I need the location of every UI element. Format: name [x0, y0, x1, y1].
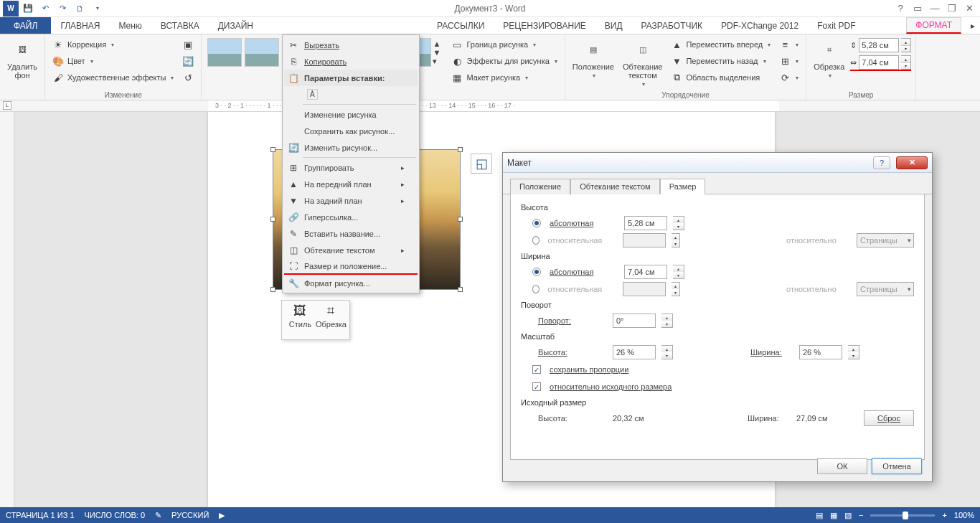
compress-button[interactable]: ▣ — [179, 37, 197, 52]
page-indicator[interactable]: СТРАНИЦА 1 ИЗ 1 — [6, 511, 75, 519]
spinner[interactable]: ▴▾ — [661, 345, 673, 359]
ctx-send-back[interactable]: ▼На задний план▸ — [284, 192, 418, 209]
ctx-insert-caption[interactable]: ✎Вставить название... — [284, 225, 418, 242]
resize-handle[interactable] — [458, 147, 463, 152]
height-spinner[interactable]: ▴▾ — [901, 38, 911, 52]
ctx-paste-option[interactable]: Ā — [284, 86, 418, 103]
zoom-slider[interactable] — [870, 514, 935, 517]
color-button[interactable]: 🎨Цвет▾ — [50, 53, 176, 69]
zoom-level[interactable]: 100% — [954, 511, 974, 519]
resize-handle[interactable] — [270, 287, 275, 292]
dialog-help-button[interactable]: ? — [873, 156, 890, 169]
style-thumb[interactable] — [207, 38, 242, 67]
remove-background-button[interactable]: 🖼 Удалить фон — [4, 37, 40, 81]
ruler-corner[interactable]: L — [3, 101, 11, 110]
macro-icon[interactable]: ▶ — [219, 511, 225, 520]
ctx-change-picture[interactable]: 🔄Изменить рисунок... — [284, 139, 418, 156]
save-button[interactable]: 💾 — [20, 1, 36, 17]
selection-pane-button[interactable]: ⧉Область выделения — [668, 70, 773, 85]
width-abs-input[interactable] — [624, 265, 667, 279]
relative-original-checkbox[interactable] — [532, 382, 541, 391]
height-input[interactable] — [859, 38, 899, 52]
tab-foxit[interactable]: Foxit PDF — [808, 17, 864, 34]
ctx-copy[interactable]: ⎘Копировать — [284, 53, 418, 70]
dialog-titlebar[interactable]: Макет ? ✕ — [503, 153, 932, 173]
resize-handle[interactable] — [458, 217, 463, 222]
language-indicator[interactable]: РУССКИЙ — [171, 511, 209, 519]
style-thumb[interactable] — [245, 38, 279, 67]
tab-mailings[interactable]: РАССЫЛКИ — [428, 17, 494, 34]
artistic-effects-button[interactable]: 🖌Художественные эффекты▾ — [50, 70, 176, 85]
ruler-horizontal[interactable]: L 3 · · 2 · · 1 · · · · · · 1 · · · 2 · … — [0, 100, 980, 112]
tab-design[interactable]: ДИЗАЙН — [209, 17, 263, 34]
tab-developer[interactable]: РАЗРАБОТЧИК — [632, 17, 712, 34]
zoom-out[interactable]: − — [859, 511, 863, 519]
lock-aspect-checkbox[interactable] — [532, 365, 541, 374]
new-doc-button[interactable]: 🗋 — [72, 1, 88, 17]
dlg-tab-position[interactable]: Положение — [510, 179, 570, 194]
ok-button[interactable]: ОК — [817, 458, 867, 474]
send-backward-button[interactable]: ▼Переместить назад▾ — [668, 53, 773, 69]
tab-format[interactable]: ФОРМАТ — [906, 17, 961, 34]
spinner[interactable]: ▴▾ — [673, 216, 684, 230]
layout-options-button[interactable]: ◱ — [471, 154, 492, 174]
dlg-tab-size[interactable]: Размер — [660, 179, 706, 194]
undo-button[interactable]: ↶ — [37, 1, 53, 17]
mini-style-button[interactable]: 🖼Стиль — [285, 303, 316, 336]
view-print-layout[interactable]: ▤ — [816, 511, 823, 520]
ctx-format-picture[interactable]: 🔧Формат рисунка... — [284, 275, 418, 291]
spellcheck-icon[interactable]: ✎ — [155, 511, 161, 520]
view-read-mode[interactable]: ▦ — [830, 511, 837, 520]
tab-view[interactable]: ВИД — [595, 17, 632, 34]
scale-width-input[interactable] — [799, 345, 842, 359]
ruler-vertical[interactable] — [0, 112, 14, 507]
tab-home[interactable]: ГЛАВНАЯ — [51, 17, 109, 34]
zoom-in[interactable]: + — [942, 511, 946, 519]
help-button[interactable]: ? — [892, 1, 908, 17]
ctx-wrap-text[interactable]: ◫Обтекание текстом▸ — [284, 242, 418, 258]
ctx-size-position[interactable]: ⛶Размер и положение... — [284, 258, 418, 275]
ctx-bring-front[interactable]: ▲На передний план▸ — [284, 176, 418, 192]
ctx-hyperlink[interactable]: 🔗Гиперссылка... — [284, 209, 418, 225]
wrap-text-button[interactable]: ◫Обтекание текстом▾ — [620, 37, 665, 89]
gallery-down[interactable]: ▼ — [433, 48, 441, 57]
tab-scroll-right[interactable]: ▸ — [966, 17, 980, 34]
resize-handle[interactable] — [270, 217, 275, 222]
resize-handle[interactable] — [458, 287, 463, 292]
maximize-button[interactable]: ❐ — [944, 1, 960, 17]
tab-menu[interactable]: Меню — [109, 17, 151, 34]
tab-file[interactable]: ФАЙЛ — [0, 17, 51, 34]
width-rel-radio[interactable] — [532, 285, 540, 293]
corrections-button[interactable]: ☀Коррекция▾ — [50, 37, 176, 52]
width-abs-radio[interactable] — [532, 268, 541, 276]
group-objects-button[interactable]: ⊞▾ — [776, 53, 801, 69]
height-abs-radio[interactable] — [532, 219, 541, 227]
qat-customize[interactable]: ▾ — [89, 1, 105, 17]
bring-forward-button[interactable]: ▲Переместить вперед▾ — [668, 37, 773, 52]
picture-layout-button[interactable]: ▦Макет рисунка▾ — [448, 70, 560, 85]
dlg-tab-wrap[interactable]: Обтекание текстом — [570, 179, 660, 194]
height-rel-radio[interactable] — [532, 236, 540, 245]
reset-button[interactable]: Сброс — [864, 410, 914, 426]
minimize-button[interactable]: — — [927, 1, 943, 17]
change-picture-button[interactable]: 🔄 — [179, 53, 197, 69]
tab-insert[interactable]: ВСТАВКА — [151, 17, 209, 34]
redo-button[interactable]: ↷ — [55, 1, 70, 17]
ctx-cut[interactable]: ✂Вырезать — [284, 37, 418, 53]
word-count[interactable]: ЧИСЛО СЛОВ: 0 — [85, 511, 146, 519]
reset-picture-button[interactable]: ↺ — [179, 70, 197, 85]
spinner[interactable]: ▴▾ — [673, 265, 684, 279]
mini-crop-button[interactable]: ⌗Обрезка — [316, 303, 347, 336]
tab-review[interactable]: РЕЦЕНЗИРОВАНИЕ — [494, 17, 595, 34]
view-web-layout[interactable]: ▧ — [844, 511, 852, 520]
cancel-button[interactable]: Отмена — [872, 458, 922, 474]
scale-height-input[interactable] — [613, 345, 656, 359]
gallery-more[interactable]: ▾ — [433, 57, 441, 66]
width-spinner[interactable]: ▴▾ — [901, 55, 911, 70]
height-abs-input[interactable] — [624, 216, 667, 230]
ribbon-options-button[interactable]: ▭ — [910, 1, 925, 17]
crop-button[interactable]: ⌗Обрезка▾ — [811, 37, 847, 80]
width-input[interactable] — [859, 55, 899, 70]
tab-pdfxchange[interactable]: PDF-XChange 2012 — [712, 17, 808, 34]
align-button[interactable]: ≡▾ — [776, 37, 801, 52]
